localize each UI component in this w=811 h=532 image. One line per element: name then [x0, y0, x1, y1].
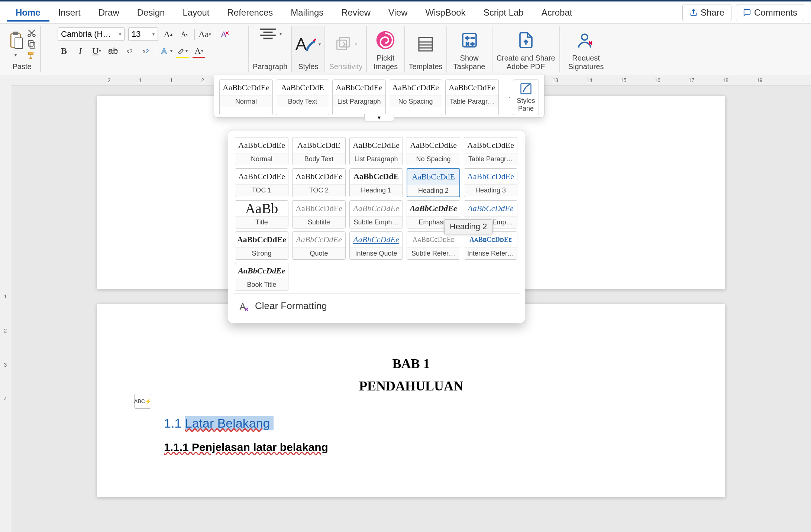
style-heading-1[interactable]: AaBbCcDdEHeading 1: [349, 168, 403, 197]
tab-script-lab[interactable]: Script Lab: [475, 4, 533, 22]
doc-heading-3[interactable]: 1.1.1 Penjelasan latar belakang: [164, 441, 658, 454]
tab-insert[interactable]: Insert: [49, 4, 90, 22]
tab-view[interactable]: View: [379, 4, 417, 22]
svg-rect-5: [30, 43, 35, 48]
tab-references[interactable]: References: [219, 4, 282, 22]
styles-icon[interactable]: A: [295, 35, 316, 53]
ruler-vertical[interactable]: 1234: [0, 85, 11, 532]
tab-design[interactable]: Design: [128, 4, 174, 22]
svg-point-24: [582, 34, 588, 40]
clear-format-icon[interactable]: A: [219, 28, 232, 40]
bold-button[interactable]: B: [58, 45, 70, 57]
style-heading-2[interactable]: AaBbCcDdEHeading 2: [407, 168, 460, 197]
svg-rect-1: [13, 32, 19, 35]
style-intense-refer-[interactable]: AᴀBʙCᴄDᴅEᴇIntense Refer…: [464, 231, 517, 260]
tab-wispbook[interactable]: WispBook: [417, 4, 475, 22]
style-list-paragraph[interactable]: AaBbCcDdEeList Paragraph: [332, 80, 386, 115]
style-subtitle[interactable]: AaBbCcDdEeSubtitle: [292, 200, 346, 228]
sensitivity-label: Sensitivity: [329, 62, 362, 71]
style-no-spacing[interactable]: AaBbCcDdEeNo Spacing: [407, 137, 460, 165]
style-tooltip: Heading 2: [444, 219, 492, 234]
svg-rect-2: [15, 38, 22, 49]
font-color-icon[interactable]: A ▾: [193, 45, 205, 57]
pickit-icon[interactable]: [375, 30, 395, 50]
style-subtle-refer-[interactable]: AᴀBʙCᴄDᴅEᴇSubtle Refer…: [407, 231, 460, 260]
style-normal[interactable]: AaBbCcDdEeNormal: [235, 137, 288, 165]
paste-icon[interactable]: [7, 31, 24, 50]
style-normal[interactable]: AaBbCcDdEeNormal: [219, 80, 273, 115]
copy-icon[interactable]: [27, 39, 36, 49]
styles-pane-button[interactable]: Styles Pane: [513, 80, 539, 115]
svg-text:× ÷: × ÷: [466, 41, 474, 47]
change-case-icon[interactable]: Aa ▾: [198, 28, 211, 40]
subscript-button[interactable]: x2: [123, 45, 136, 57]
style-book-title[interactable]: AaBbCcDdEeBook Title: [235, 263, 288, 291]
style-toc-1[interactable]: AaBbCcDdEeTOC 1: [235, 168, 288, 197]
adobe-pdf-group: Create and Share Adobe PDF: [492, 26, 560, 72]
grow-font-icon[interactable]: A▴: [162, 28, 174, 40]
taskpane-icon[interactable]: + −× ÷: [461, 31, 478, 49]
format-painter-icon[interactable]: [27, 51, 36, 60]
style-no-spacing[interactable]: AaBbCcDdEeNo Spacing: [389, 80, 442, 115]
style-toc-2[interactable]: AaBbCcDdEeTOC 2: [292, 168, 346, 197]
tab-mailings[interactable]: Mailings: [282, 4, 332, 22]
pickit-label: Pickit Images: [371, 54, 400, 71]
styles-next-icon[interactable]: ›: [508, 95, 510, 100]
page-2: BAB 1 PENDAHULUAN 1.1 Latar Belakang 1.1…: [97, 304, 725, 497]
autocorrect-options-icon[interactable]: ABC⚡: [134, 394, 151, 409]
comments-button[interactable]: Comments: [736, 4, 804, 21]
style-title[interactable]: AaBbTitle: [235, 200, 288, 228]
paste-label: Paste: [12, 62, 31, 71]
style-subtle-emph-[interactable]: AaBbCcDdEeSubtle Emph…: [349, 200, 403, 228]
tab-review[interactable]: Review: [332, 4, 379, 22]
style-table-paragr-[interactable]: AaBbCcDdEeTable Paragr…: [445, 80, 499, 115]
signatures-icon[interactable]: [577, 31, 595, 49]
tab-draw[interactable]: Draw: [90, 4, 128, 22]
align-icon[interactable]: [259, 27, 277, 40]
svg-rect-6: [28, 40, 33, 46]
tab-acrobat[interactable]: Acrobat: [533, 4, 581, 22]
svg-text:A: A: [295, 35, 307, 53]
highlight-icon[interactable]: ▾: [176, 45, 189, 57]
font-group: Cambria (H…▾ 13▾ A▴ A▾ Aa ▾ A B I U ▾ ab…: [41, 26, 249, 72]
style-body-text[interactable]: AaBbCcDdEBody Text: [276, 80, 329, 115]
paragraph-chevron-icon[interactable]: ▾: [280, 31, 282, 36]
superscript-button[interactable]: x2: [139, 45, 152, 57]
comment-icon: [743, 9, 751, 17]
underline-button[interactable]: U ▾: [90, 45, 103, 57]
style-strong[interactable]: AaBbCcDdEeStrong: [235, 231, 288, 260]
share-button[interactable]: Share: [682, 4, 731, 21]
style-table-paragr-[interactable]: AaBbCcDdEeTable Paragr…: [464, 137, 517, 165]
style-heading-3[interactable]: AaBbCcDdEeHeading 3: [464, 168, 517, 197]
ribbon-tabs: HomeInsertDrawDesignLayoutReferencesMail…: [0, 1, 811, 24]
tab-home[interactable]: Home: [7, 4, 49, 22]
style-intense-quote[interactable]: AaBbCcDdEeIntense Quote: [349, 231, 403, 260]
styles-pane-icon: [519, 82, 533, 95]
svg-text:+ −: + −: [466, 35, 474, 41]
templates-group: Templates: [405, 26, 447, 72]
style-list-paragraph[interactable]: AaBbCcDdEeList Paragraph: [349, 137, 403, 165]
templates-label: Templates: [408, 62, 442, 71]
styles-label: Styles: [298, 62, 318, 71]
text-effects-icon[interactable]: A▾: [160, 45, 172, 57]
style-body-text[interactable]: AaBbCcDdEBody Text: [292, 137, 346, 165]
styles-expand-chevron-icon[interactable]: ▾: [364, 114, 394, 122]
font-name-combo[interactable]: Cambria (H…▾: [58, 27, 125, 41]
strikethrough-button[interactable]: ab: [107, 45, 119, 57]
shrink-font-icon[interactable]: A▾: [178, 28, 191, 40]
paste-chevron-icon[interactable]: ▾: [14, 52, 17, 58]
clear-formatting-button[interactable]: A Clear Formatting: [233, 293, 520, 318]
comments-label: Comments: [754, 7, 797, 18]
style-quote[interactable]: AaBbCcDdEeQuote: [292, 231, 346, 260]
italic-button[interactable]: I: [74, 45, 87, 57]
cut-icon[interactable]: [27, 28, 36, 38]
svg-point-3: [28, 34, 30, 37]
doc-heading-2[interactable]: 1.1 Latar Belakang: [164, 416, 658, 431]
font-size-combo[interactable]: 13▾: [128, 27, 158, 41]
adobe-pdf-icon[interactable]: [517, 31, 535, 49]
templates-icon[interactable]: [417, 35, 434, 53]
paragraph-group: ▾ Paragraph: [249, 26, 292, 72]
styles-quick-strip: AaBbCcDdEeNormalAaBbCcDdEBody TextAaBbCc…: [214, 75, 545, 118]
tab-layout[interactable]: Layout: [174, 4, 218, 22]
styles-chevron-icon[interactable]: ▾: [319, 42, 321, 47]
